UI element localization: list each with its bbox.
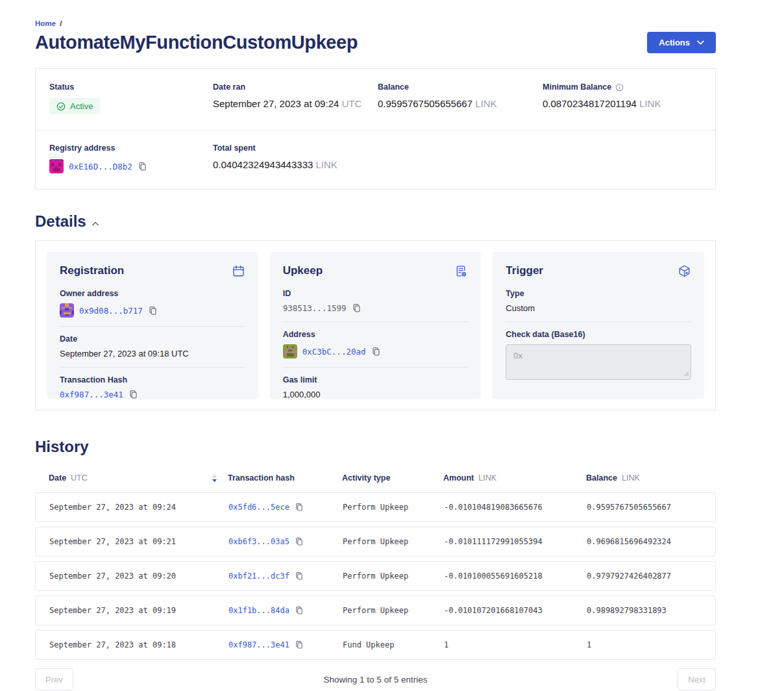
next-button[interactable]: Next: [678, 668, 716, 690]
document-gear-icon: [454, 264, 468, 278]
copy-icon[interactable]: [295, 640, 304, 649]
row-amount: -0.010104819083665676: [444, 503, 587, 512]
row-balance: 1: [587, 640, 715, 649]
tx-hash-link[interactable]: 0xb6f3...03a5: [228, 537, 289, 546]
column-amount-suffix: LINK: [478, 473, 496, 483]
row-amount: -0.010107201668107043: [444, 606, 587, 615]
upkeep-id-label: ID: [283, 289, 469, 298]
details-heading: Details: [35, 212, 86, 231]
row-balance: 0.9696815696492324: [587, 537, 715, 546]
balance-label: Balance: [378, 82, 543, 92]
column-header-date[interactable]: Date UTC: [49, 473, 228, 483]
divider: [283, 321, 469, 322]
divider: [283, 367, 469, 368]
table-row: September 27, 2023 at 09:24 0x5fd6...5ec…: [35, 492, 716, 522]
column-header-activity: Activity type: [342, 473, 443, 483]
trigger-type-label: Type: [506, 289, 691, 298]
owner-address-link[interactable]: 0x9d08...b717: [79, 306, 143, 316]
table-row: September 27, 2023 at 09:18 0xf987...3e4…: [35, 630, 716, 660]
column-header-tx: Transaction hash: [228, 473, 342, 483]
column-tx-label: Transaction hash: [228, 473, 295, 483]
row-activity: Perform Upkeep: [343, 537, 444, 546]
sort-icon[interactable]: [212, 474, 217, 483]
breadcrumb-home-link[interactable]: Home: [35, 19, 56, 27]
registration-tx-link[interactable]: 0xf987...3e41: [60, 390, 123, 399]
upkeep-address-label: Address: [283, 330, 469, 339]
status-badge: Active: [49, 98, 100, 114]
registry-label: Registry address: [49, 144, 213, 153]
summary-card: Status Active Date ran September 27, 202…: [35, 68, 716, 190]
copy-icon[interactable]: [295, 572, 304, 581]
copy-icon[interactable]: [138, 162, 147, 171]
min-balance-value: 0.0870234817201194: [543, 98, 637, 109]
check-data-input[interactable]: [506, 344, 691, 380]
min-balance-field: Minimum Balance 0.0870234817201194 LINK: [543, 82, 702, 114]
date-ran-value: September 27, 2023 at 09:24: [213, 98, 339, 109]
date-ran-label: Date ran: [213, 82, 378, 92]
history-table: Date UTC Transaction hash Activity type …: [35, 473, 716, 660]
row-activity: Perform Upkeep: [343, 503, 444, 512]
balance-unit: LINK: [475, 98, 496, 109]
pagination-status: Showing 1 to 5 of 5 entries: [324, 675, 428, 685]
table-row: September 27, 2023 at 09:19 0x1f1b...84d…: [35, 596, 716, 625]
status-badge-label: Active: [70, 101, 93, 111]
row-date: September 27, 2023 at 09:20: [49, 572, 228, 581]
upkeep-title: Upkeep: [283, 264, 323, 277]
upkeep-address-link[interactable]: 0xC3bC...20ad: [302, 347, 366, 357]
row-tx: 0x5fd6...5ece: [228, 503, 343, 512]
calendar-icon: [232, 264, 245, 278]
row-amount: -0.010111172991055394: [444, 537, 587, 546]
upkeep-card: Upkeep ID 938513...1599 Address 0xC3bC..…: [270, 252, 482, 399]
actions-button-label: Actions: [659, 38, 690, 47]
row-balance: 0.989892798331893: [587, 606, 715, 615]
row-activity: Fund Upkeep: [343, 640, 444, 649]
copy-icon[interactable]: [129, 390, 138, 399]
gas-limit-value: 1,000,000: [283, 390, 469, 399]
row-tx: 0xbf21...dc3f: [228, 572, 343, 581]
registration-date-label: Date: [60, 334, 245, 344]
status-field: Status Active: [49, 82, 213, 114]
row-balance: 0.9797927426402877: [587, 572, 715, 581]
status-label: Status: [49, 82, 213, 92]
copy-icon[interactable]: [295, 537, 304, 546]
breadcrumb: Home /: [35, 19, 716, 27]
divider: [506, 321, 691, 322]
column-activity-label: Activity type: [342, 473, 390, 483]
total-spent-label: Total spent: [213, 144, 378, 153]
tx-hash-link[interactable]: 0x5fd6...5ece: [228, 503, 289, 512]
column-balance-label: Balance: [586, 473, 617, 483]
tx-hash-link[interactable]: 0x1f1b...84da: [228, 606, 289, 615]
column-date-suffix: UTC: [71, 473, 88, 483]
registry-identicon: [49, 159, 64, 173]
actions-button[interactable]: Actions: [647, 32, 716, 53]
owner-address-label: Owner address: [60, 289, 245, 298]
page-content: Home / AutomateMyFunctionCustomUpkeep Ac…: [35, 0, 716, 691]
info-icon[interactable]: [615, 83, 624, 92]
copy-icon[interactable]: [352, 303, 361, 313]
row-amount: -0.010100055691605218: [444, 572, 587, 581]
copy-icon[interactable]: [371, 347, 381, 357]
registry-field: Registry address 0xE16D...D8b2: [49, 144, 213, 173]
table-row: September 27, 2023 at 09:21 0xb6f3...03a…: [35, 527, 716, 557]
column-balance-suffix: LINK: [622, 473, 640, 483]
tx-hash-link[interactable]: 0xbf21...dc3f: [228, 572, 289, 581]
collapse-caret-icon[interactable]: [92, 221, 99, 226]
row-tx: 0xf987...3e41: [228, 640, 343, 649]
row-balance: 0.9595767505655667: [587, 503, 715, 512]
divider: [60, 367, 245, 368]
copy-icon[interactable]: [295, 606, 304, 615]
tx-hash-link[interactable]: 0xf987...3e41: [228, 640, 289, 649]
details-panel: Registration Owner address 0x9d08...b717…: [35, 240, 716, 410]
history-heading: History: [35, 438, 716, 456]
table-row: September 27, 2023 at 09:20 0xbf21...dc3…: [35, 561, 716, 591]
copy-icon[interactable]: [148, 306, 158, 316]
prev-button[interactable]: Prev: [35, 668, 73, 690]
total-spent-value: 0.04042324943443333: [213, 159, 313, 170]
trigger-title: Trigger: [506, 264, 543, 277]
row-date: September 27, 2023 at 09:19: [49, 606, 228, 615]
registry-address-link[interactable]: 0xE16D...D8b2: [69, 162, 132, 171]
registration-card: Registration Owner address 0x9d08...b717…: [47, 252, 258, 399]
copy-icon[interactable]: [295, 503, 304, 512]
column-header-amount: AmountLINK: [443, 473, 586, 483]
summary-divider: [36, 130, 715, 131]
